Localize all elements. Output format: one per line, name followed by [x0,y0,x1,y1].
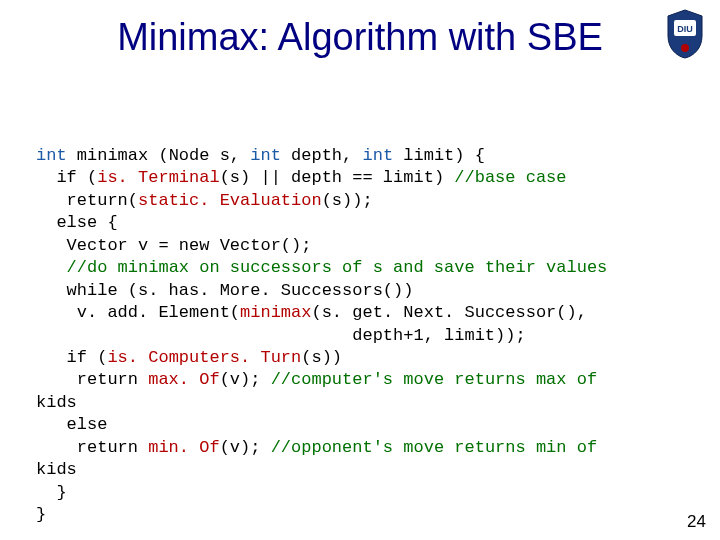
code-token: kids [36,393,77,412]
code-token: else [36,415,107,434]
code-token: v. add. Element( [36,303,240,322]
code-token: } [36,505,46,524]
code-token: depth+1, limit)); [36,326,526,345]
code-token: (v); [220,438,271,457]
code-token: (s) || depth == limit) [220,168,455,187]
code-token: //do minimax on successors of s and save… [67,258,608,277]
code-token: //base case [454,168,566,187]
code-token: depth, [281,146,363,165]
diu-logo: DIU [664,8,706,60]
code-token: if ( [36,168,97,187]
code-token: (s. get. Next. Successor(), [311,303,586,322]
code-token: } [36,483,67,502]
code-token: int [250,146,281,165]
crest-icon: DIU [664,8,706,60]
code-token: else { [36,213,118,232]
code-token: is. Terminal [97,168,219,187]
code-token: min. Of [148,438,219,457]
code-token [36,258,67,277]
code-token: (v); [220,370,271,389]
code-token: return [36,370,148,389]
svg-point-2 [681,44,689,52]
slide-title: Minimax: Algorithm with SBE [0,16,720,59]
code-token: limit) { [393,146,485,165]
svg-text:DIU: DIU [677,24,693,34]
code-token: return( [36,191,138,210]
code-token: minimax [240,303,311,322]
code-token: while (s. has. More. Successors()) [36,281,413,300]
code-token: return [36,438,148,457]
code-token: static. Evaluation [138,191,322,210]
code-token: int [362,146,393,165]
code-token: //opponent's move returns min of [271,438,597,457]
code-block: int minimax (Node s, int depth, int limi… [36,145,700,526]
code-token: kids [36,460,77,479]
code-token: if ( [36,348,107,367]
page-number: 24 [687,512,706,532]
code-token: is. Computers. Turn [107,348,301,367]
code-token: minimax (Node s, [67,146,251,165]
code-token: max. Of [148,370,219,389]
code-token: (s)); [322,191,373,210]
code-token: int [36,146,67,165]
code-token: Vector v = new Vector(); [36,236,311,255]
code-token: (s)) [301,348,342,367]
code-token: //computer's move returns max of [271,370,597,389]
